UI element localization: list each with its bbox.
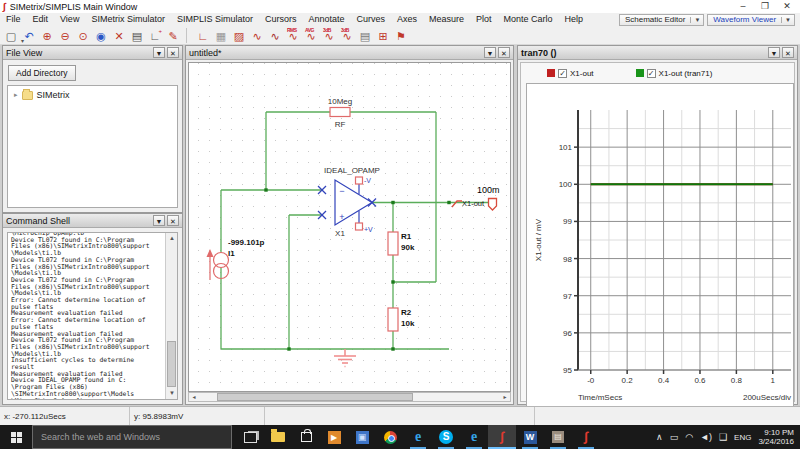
waveform-plot[interactable]: 1011009998979695-00.20.40.60.81X1-out / … [527, 84, 793, 406]
legend-checkbox[interactable]: ✓ [647, 69, 656, 78]
folder-icon [22, 91, 33, 100]
scrollbar-thumb[interactable] [167, 341, 176, 387]
tablet-mode-icon[interactable]: ▭ [670, 425, 679, 449]
command-shell-output[interactable]: \MicroChip_OpAmp.lbDevice TL072 found in… [7, 232, 178, 400]
menu-annotate[interactable]: Annotate [302, 13, 350, 26]
copy-to-clipboard-icon[interactable]: ▤ [128, 27, 146, 44]
clock[interactable]: 9:10 PM 3/24/2016 [758, 428, 794, 446]
menu-plot[interactable]: Plot [470, 13, 498, 26]
zoom-in-icon[interactable]: ⊕ [38, 27, 56, 44]
add-directory-button[interactable]: Add Directory [8, 65, 76, 81]
language-indicator[interactable]: ENG [734, 433, 751, 442]
volume-icon[interactable]: ◄) [700, 425, 712, 449]
resistor-r2[interactable]: R2 10k [388, 308, 415, 331]
scroll-down-icon[interactable]: ▼ [166, 388, 178, 399]
taskbar-simetrix[interactable]: ∫ [488, 425, 516, 449]
taskbar-windows-store[interactable] [292, 425, 320, 449]
legend-checkbox[interactable]: ✓ [558, 69, 567, 78]
zoom-fit-icon[interactable]: ⊙ [74, 27, 92, 44]
schematic-canvas[interactable]: 10Meg RF − + [188, 62, 511, 392]
ground-symbol[interactable] [334, 349, 356, 367]
chevron-down-icon[interactable]: ▼ [781, 17, 794, 23]
expander-icon[interactable]: ▸ [14, 91, 18, 99]
taskbar-chrome[interactable] [376, 425, 404, 449]
menu-simetrix-simulator[interactable]: SIMetrix Simulator [85, 13, 171, 26]
menu-monte-carlo[interactable]: Monte Carlo [498, 13, 559, 26]
menu-simplis-simulator[interactable]: SIMPLIS Simulator [171, 13, 259, 26]
resistor-rf[interactable]: 10Meg RF [328, 97, 352, 129]
show-axes-icon[interactable]: ∟ [194, 27, 212, 44]
panel-menu-icon[interactable]: ▼ [153, 47, 165, 58]
new-graph-icon[interactable]: ▢▾ [2, 27, 20, 44]
maximize-button[interactable]: ❐ [754, 0, 776, 13]
show-grid-icon[interactable]: ▦ [212, 27, 230, 44]
close-icon[interactable]: ✕ [498, 47, 510, 58]
scrollbar[interactable]: ▲ ▼ [165, 233, 177, 399]
avg-measure-icon[interactable]: ∿AVG [302, 27, 320, 44]
taskbar-install-package[interactable]: ▤ [544, 425, 572, 449]
3db-point-high-icon[interactable]: ∿3dB [338, 27, 356, 44]
close-icon[interactable]: ✕ [167, 215, 179, 226]
scrollbar-thumb[interactable] [217, 393, 413, 401]
menu-help[interactable]: Help [559, 13, 590, 26]
panel-menu-icon[interactable]: ▼ [484, 47, 496, 58]
taskbar-internet-explorer[interactable]: e [404, 425, 432, 449]
tree-item-simetrix[interactable]: ▸SIMetrix [10, 90, 175, 100]
rms-measure-icon[interactable]: ∿RMS [284, 27, 302, 44]
network-icon[interactable]: ◠ [685, 425, 693, 449]
opamp-ref-label: X1 [335, 229, 345, 238]
current-source-i1[interactable]: -999.101p I1 [207, 238, 265, 280]
scroll-left-icon[interactable]: ◂ [189, 393, 199, 401]
probe-x1-out[interactable]: X1-out [452, 199, 485, 208]
taskbar-edge[interactable]: e [460, 425, 488, 449]
schematic-editor-button[interactable]: Schematic Editor ▼ [619, 14, 704, 26]
scroll-up-icon[interactable]: ▲ [166, 233, 178, 244]
resistor-r1[interactable]: R1 90k [388, 232, 415, 255]
delete-curve-icon[interactable]: ✕ [110, 27, 128, 44]
action-center-icon[interactable]: ❑ [719, 425, 727, 449]
taskbar-task-view[interactable] [236, 425, 264, 449]
new-curve-page-icon[interactable]: ▤ [356, 27, 374, 44]
3db-point-low-icon[interactable]: ∿3dB [320, 27, 338, 44]
close-button[interactable]: ✕ [776, 0, 798, 13]
panel-menu-icon[interactable]: ▼ [768, 47, 780, 58]
plot-area[interactable]: 1011009998979695-00.20.40.60.81X1-out / … [526, 83, 794, 407]
horizontal-scrollbar[interactable]: ◂ ▸ [188, 392, 511, 402]
menu-cursors[interactable]: Cursors [259, 13, 303, 26]
waveform-viewer-button[interactable]: Waveform Viewer ▼ [707, 14, 795, 26]
edit-graph-icon[interactable]: ▨ [230, 27, 248, 44]
zoom-out-icon[interactable]: ⊖ [56, 27, 74, 44]
menu-curves[interactable]: Curves [351, 13, 392, 26]
taskbar-search-input[interactable]: Search the web and Windows [32, 425, 232, 449]
taskbar-skype[interactable]: S [432, 425, 460, 449]
panel-menu-icon[interactable]: ▼ [153, 215, 165, 226]
file-tree[interactable]: ▸SIMetrix [7, 85, 178, 208]
minimize-button[interactable]: – [732, 0, 754, 13]
taskbar-movies-tv[interactable]: ▶ [320, 425, 348, 449]
close-icon[interactable]: ✕ [782, 47, 794, 58]
chevron-down-icon[interactable]: ▼ [690, 17, 703, 23]
taskbar-file-explorer[interactable] [264, 425, 292, 449]
scroll-right-icon[interactable]: ▸ [500, 393, 510, 401]
menu-measure[interactable]: Measure [423, 13, 470, 26]
menu-axes[interactable]: Axes [391, 13, 423, 26]
frequency-curve-icon[interactable]: ∿ [266, 27, 284, 44]
taskbar-simetrix-2[interactable]: ∫ [572, 425, 600, 449]
fourier-curve-icon[interactable]: ∿ [248, 27, 266, 44]
add-axis-icon[interactable]: ∟+ [146, 27, 164, 44]
menu-view[interactable]: View [54, 13, 85, 26]
hidden-icons-icon[interactable]: ∧ [656, 425, 663, 449]
taskbar-photos[interactable]: ▣ [348, 425, 376, 449]
close-icon[interactable]: ✕ [167, 47, 179, 58]
opamp-x1[interactable]: − + -V +V IDEAL_OPAMP X1 [318, 166, 380, 238]
menu-edit[interactable]: Edit [27, 13, 55, 26]
undo-icon[interactable]: ↶ [20, 27, 38, 44]
shell-text: \MicroChip_OpAmp.lbDevice TL072 found in… [11, 232, 163, 400]
start-button[interactable] [0, 425, 32, 449]
add-curve-icon[interactable]: ⊞ [374, 27, 392, 44]
taskbar-word[interactable]: W [516, 425, 544, 449]
show-curve-icon[interactable]: ◉ [92, 27, 110, 44]
menu-file[interactable]: File [0, 13, 27, 26]
annotate-flag-icon[interactable]: ⚑ [392, 27, 410, 44]
edit-curve-icon[interactable]: ✎ [164, 27, 182, 44]
